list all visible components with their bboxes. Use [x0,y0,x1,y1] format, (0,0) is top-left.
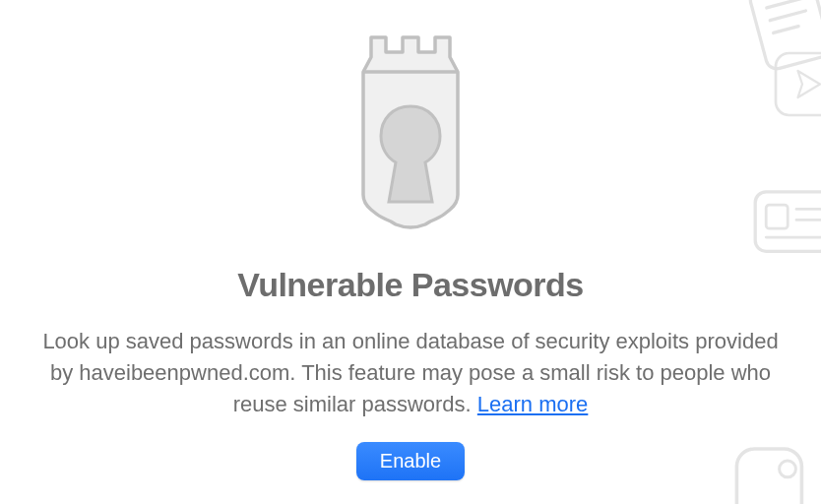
svg-line-3 [774,27,799,33]
description-text: Look up saved passwords in an online dat… [32,326,789,420]
device-decoration-icon [723,431,821,504]
id-card-decoration-icon [742,172,821,284]
enable-button[interactable]: Enable [356,442,465,480]
page-title: Vulnerable Passwords [237,266,584,304]
svg-line-2 [770,11,805,21]
airplane-decoration-icon [767,44,821,137]
description-body: Look up saved passwords in an online dat… [42,329,778,416]
svg-rect-6 [766,205,788,228]
svg-point-11 [780,461,796,477]
tower-keyhole-icon [332,30,489,256]
svg-line-1 [767,0,802,8]
svg-rect-4 [776,53,821,115]
vulnerable-passwords-panel: Vulnerable Passwords Look up saved passw… [0,0,821,504]
learn-more-link[interactable]: Learn more [477,392,589,416]
